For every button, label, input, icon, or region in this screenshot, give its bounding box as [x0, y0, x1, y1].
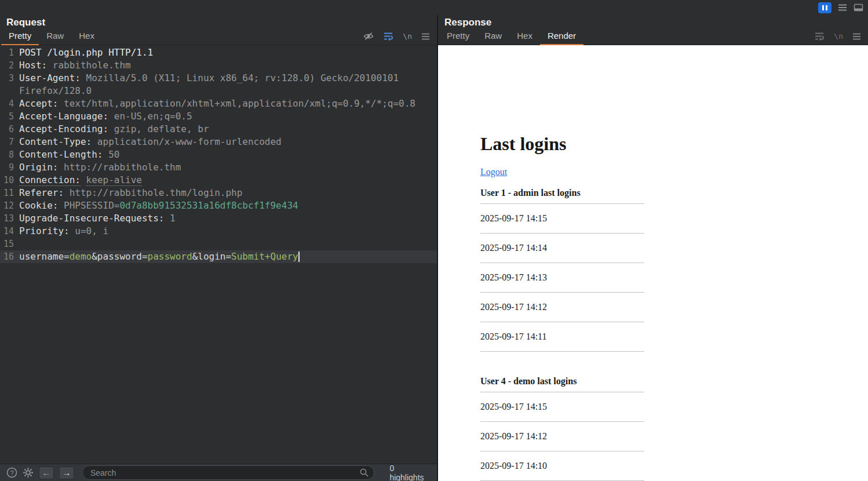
code-token: Upgrade-Insecure-Requests:	[19, 213, 170, 224]
table-header-row: User 1 - admin last logins	[480, 188, 644, 204]
menu-icon[interactable]	[421, 33, 430, 40]
pause-icon	[826, 5, 827, 10]
table-row: 2025-09-17 14:12	[480, 422, 644, 451]
list-view-icon[interactable]	[837, 3, 848, 12]
top-toolbar	[0, 0, 868, 15]
code-token: gzip, deflate, br	[114, 123, 209, 134]
code-token: Submit+Query	[231, 251, 298, 262]
code-token: application/x-www-form-urlencoded	[97, 136, 282, 147]
last-logins-table: User 1 - admin last logins2025-09-17 14:…	[480, 188, 644, 352]
request-line-10[interactable]: 10Connection: keep-alive	[0, 174, 437, 187]
line-content: Cookie: PHPSESSID=0d7a8bb91532531a16df8c…	[14, 199, 437, 212]
help-icon[interactable]: ?	[6, 467, 17, 478]
line-number: 12	[0, 199, 14, 212]
code-token: &password=	[92, 251, 147, 262]
line-content: Accept: text/html,application/xhtml+xml,…	[14, 97, 437, 110]
request-line-16[interactable]: 16username=demo&password=password&login=…	[0, 250, 437, 263]
line-content: Connection: keep-alive	[14, 174, 437, 187]
response-tab-render[interactable]: Render	[540, 28, 583, 45]
search-input[interactable]	[82, 465, 375, 480]
line-number: 2	[0, 59, 14, 72]
code-token: Content-Length:	[19, 149, 108, 160]
line-number: 7	[0, 136, 14, 148]
response-tabs: PrettyRawHexRender	[439, 28, 583, 45]
menu-icon[interactable]	[852, 33, 861, 40]
pause-button[interactable]	[818, 2, 831, 13]
request-line-15[interactable]: 15	[0, 238, 437, 250]
line-number: 1	[0, 46, 14, 59]
panel-layout-icon[interactable]	[854, 3, 863, 12]
request-line-12[interactable]: 12Cookie: PHPSESSID=0d7a8bb91532531a16df…	[0, 199, 437, 212]
code-token: u=0, i	[75, 225, 108, 236]
word-wrap-icon[interactable]	[383, 32, 393, 41]
request-line-4[interactable]: 4Accept: text/html,application/xhtml+xml…	[0, 97, 437, 110]
rendered-response: Last logins Logout User 1 - admin last l…	[438, 45, 868, 481]
code-token: Accept:	[19, 98, 64, 109]
login-timestamp: 2025-09-17 14:12	[480, 293, 644, 322]
request-line-2[interactable]: 2Host: rabbithole.thm	[0, 59, 437, 72]
request-line-1[interactable]: 1POST /login.php HTTP/1.1	[0, 46, 437, 59]
line-content	[14, 238, 437, 250]
settings-gear-icon[interactable]	[23, 467, 34, 478]
request-line-13[interactable]: 13Upgrade-Insecure-Requests: 1	[0, 212, 437, 225]
line-content: Content-Length: 50	[14, 148, 437, 161]
request-line-7[interactable]: 7Content-Type: application/x-www-form-ur…	[0, 136, 437, 148]
request-pane: Request PrettyRawHex \n 1POST /login.	[0, 15, 438, 481]
request-tab-raw[interactable]: Raw	[39, 28, 71, 45]
code-token: Content-Type:	[19, 136, 97, 147]
line-content: Accept-Language: en-US,en;q=0.5	[14, 110, 437, 123]
code-token: demo	[70, 251, 92, 262]
request-line-3[interactable]: 3User-Agent: Mozilla/5.0 (X11; Linux x86…	[0, 72, 437, 97]
line-content: Accept-Encoding: gzip, deflate, br	[14, 123, 437, 136]
next-match-button[interactable]: →	[59, 467, 74, 479]
response-tab-pretty[interactable]: Pretty	[439, 28, 477, 45]
code-token	[81, 174, 86, 185]
login-timestamp: 2025-09-17 14:15	[480, 392, 644, 422]
line-content: Content-Type: application/x-www-form-url…	[14, 136, 437, 148]
request-tabs-row: PrettyRawHex \n	[0, 29, 437, 45]
code-token: Host:	[19, 60, 53, 71]
newline-toggle-icon[interactable]: \n	[403, 32, 412, 41]
last-logins-table: User 4 - demo last logins2025-09-17 14:1…	[480, 376, 644, 481]
request-editor[interactable]: 1POST /login.php HTTP/1.12Host: rabbitho…	[0, 45, 437, 464]
code-token: 1	[170, 213, 176, 224]
line-content: POST /login.php HTTP/1.1	[14, 46, 437, 59]
response-tab-hex[interactable]: Hex	[509, 28, 540, 45]
request-line-8[interactable]: 8Content-Length: 50	[0, 148, 437, 161]
code-token: Referer:	[19, 187, 70, 198]
response-pane: Response PrettyRawHexRender \n Last logi…	[438, 15, 868, 481]
line-content: Referer: http://rabbithole.thm/login.php	[14, 187, 437, 199]
line-number: 16	[0, 250, 14, 263]
line-number: 6	[0, 123, 14, 136]
table-row: 2025-09-17 14:14	[480, 234, 644, 263]
line-number: 9	[0, 161, 14, 174]
request-line-9[interactable]: 9Origin: http://rabbithole.thm	[0, 161, 437, 174]
request-tab-hex[interactable]: Hex	[71, 28, 102, 45]
request-line-14[interactable]: 14Priority: u=0, i	[0, 225, 437, 238]
logout-link[interactable]: Logout	[480, 167, 507, 177]
code-token: &login=	[192, 251, 231, 262]
line-number: 8	[0, 148, 14, 161]
line-number: 10	[0, 174, 14, 187]
request-line-11[interactable]: 11Referer: http://rabbithole.thm/login.p…	[0, 187, 437, 199]
hide-icon[interactable]	[363, 32, 374, 41]
request-line-6[interactable]: 6Accept-Encoding: gzip, deflate, br	[0, 123, 437, 136]
highlights-count: 0 highlights	[389, 464, 431, 481]
previous-match-button[interactable]: ←	[39, 467, 54, 479]
response-tab-raw[interactable]: Raw	[477, 28, 509, 45]
code-token: PHPSESSID=	[64, 200, 119, 211]
word-wrap-icon[interactable]	[814, 32, 825, 41]
login-timestamp: 2025-09-17 14:15	[480, 204, 644, 234]
line-content: User-Agent: Mozilla/5.0 (X11; Linux x86_…	[14, 72, 437, 97]
code-token: Origin:	[19, 162, 64, 173]
last-logins-tables: User 1 - admin last logins2025-09-17 14:…	[480, 188, 856, 481]
search-icon[interactable]	[359, 468, 369, 480]
code-token: 0d7a8bb91532531a16df8cbcf1f9e434	[119, 200, 298, 211]
line-number: 15	[0, 238, 14, 250]
code-token: Priority:	[19, 225, 75, 236]
line-number: 14	[0, 225, 14, 238]
request-line-5[interactable]: 5Accept-Language: en-US,en;q=0.5	[0, 110, 437, 123]
request-tab-pretty[interactable]: Pretty	[1, 28, 39, 45]
newline-toggle-icon[interactable]: \n	[834, 32, 843, 41]
request-tabs: PrettyRawHex	[1, 28, 102, 45]
